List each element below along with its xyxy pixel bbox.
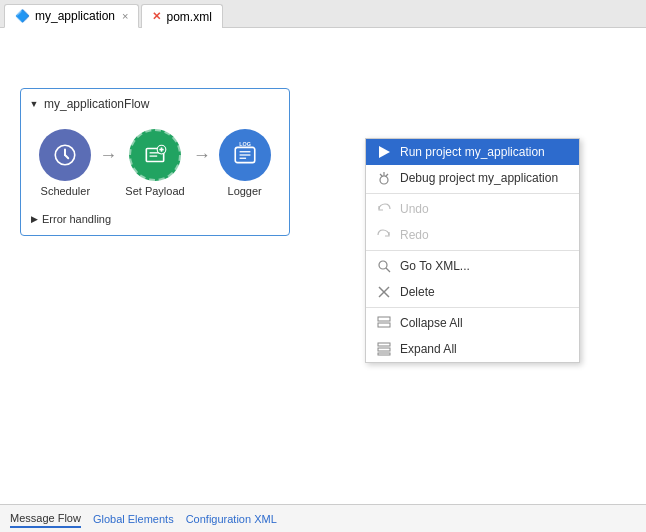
svg-point-1	[64, 154, 66, 156]
set-payload-label: Set Payload	[125, 185, 184, 197]
svg-line-19	[386, 268, 390, 272]
scheduler-circle	[39, 129, 91, 181]
svg-rect-23	[378, 323, 390, 327]
debug-icon	[376, 170, 392, 186]
svg-point-18	[379, 261, 387, 269]
logger-circle: LOG	[219, 129, 271, 181]
tab-pom-xml[interactable]: ✕ pom.xml	[141, 4, 222, 28]
bottom-bar: Message Flow Global Elements Configurati…	[0, 504, 646, 532]
tab-bar: 🔷 my_application × ✕ pom.xml	[0, 0, 646, 28]
svg-rect-26	[378, 353, 390, 355]
menu-item-collapse-all-label: Collapse All	[400, 316, 463, 330]
bottom-tab-configuration-xml[interactable]: Configuration XML	[186, 511, 277, 527]
undo-icon	[376, 201, 392, 217]
menu-item-redo-label: Redo	[400, 228, 429, 242]
mule-icon: 🔷	[15, 9, 30, 23]
menu-item-debug-label: Debug project my_application	[400, 171, 558, 185]
svg-line-16	[380, 174, 383, 177]
svg-rect-22	[378, 317, 390, 321]
svg-marker-13	[379, 146, 390, 158]
flow-name: my_applicationFlow	[44, 97, 149, 111]
scheduler-node[interactable]: Scheduler	[39, 129, 91, 197]
tab-label: my_application	[35, 9, 115, 23]
menu-item-goto-xml[interactable]: Go To XML...	[366, 253, 579, 279]
logger-node[interactable]: LOG Logger	[219, 129, 271, 197]
svg-text:LOG: LOG	[239, 142, 251, 147]
set-payload-node[interactable]: Set Payload	[125, 129, 184, 197]
svg-rect-24	[378, 343, 390, 346]
delete-icon	[376, 284, 392, 300]
bottom-tab-message-flow[interactable]: Message Flow	[10, 510, 81, 528]
menu-item-delete-label: Delete	[400, 285, 435, 299]
svg-line-17	[386, 174, 389, 177]
canvas-area[interactable]: ▼ my_applicationFlow Scheduler	[0, 28, 646, 504]
run-icon	[376, 144, 392, 160]
logger-label: Logger	[228, 185, 262, 197]
collapse-icon	[376, 315, 392, 331]
tab-label: pom.xml	[166, 10, 211, 24]
menu-item-run-label: Run project my_application	[400, 145, 545, 159]
flow-toggle[interactable]: ▼	[29, 99, 39, 109]
menu-item-collapse-all[interactable]: Collapse All	[366, 310, 579, 336]
menu-item-expand-all[interactable]: Expand All	[366, 336, 579, 362]
arrow-2: →	[193, 145, 211, 166]
flow-header: ▼ my_applicationFlow	[29, 97, 281, 111]
error-toggle-icon: ▶	[31, 214, 38, 224]
tab-close-my-application[interactable]: ×	[122, 10, 128, 22]
flow-container: ▼ my_applicationFlow Scheduler	[20, 88, 290, 236]
menu-item-redo: Redo	[366, 222, 579, 248]
scheduler-label: Scheduler	[41, 185, 91, 197]
tab-my-application[interactable]: 🔷 my_application ×	[4, 4, 139, 28]
search-icon	[376, 258, 392, 274]
menu-item-goto-xml-label: Go To XML...	[400, 259, 470, 273]
bottom-tab-global-elements[interactable]: Global Elements	[93, 511, 174, 527]
flow-nodes: Scheduler →	[29, 119, 281, 207]
svg-rect-25	[378, 348, 390, 351]
set-payload-circle	[129, 129, 181, 181]
menu-divider-2	[366, 250, 579, 251]
redo-icon	[376, 227, 392, 243]
xml-icon: ✕	[152, 10, 161, 23]
error-handling-label: Error handling	[42, 213, 111, 225]
context-menu: Run project my_application Debug project…	[365, 138, 580, 363]
menu-item-run[interactable]: Run project my_application	[366, 139, 579, 165]
main-content: ▼ my_applicationFlow Scheduler	[0, 28, 646, 532]
menu-item-undo: Undo	[366, 196, 579, 222]
arrow-1: →	[99, 145, 117, 166]
expand-icon	[376, 341, 392, 357]
menu-divider-1	[366, 193, 579, 194]
svg-point-14	[380, 176, 388, 184]
menu-item-delete[interactable]: Delete	[366, 279, 579, 305]
menu-item-undo-label: Undo	[400, 202, 429, 216]
menu-item-expand-all-label: Expand All	[400, 342, 457, 356]
error-handling[interactable]: ▶ Error handling	[29, 209, 281, 227]
menu-divider-3	[366, 307, 579, 308]
menu-item-debug[interactable]: Debug project my_application	[366, 165, 579, 191]
